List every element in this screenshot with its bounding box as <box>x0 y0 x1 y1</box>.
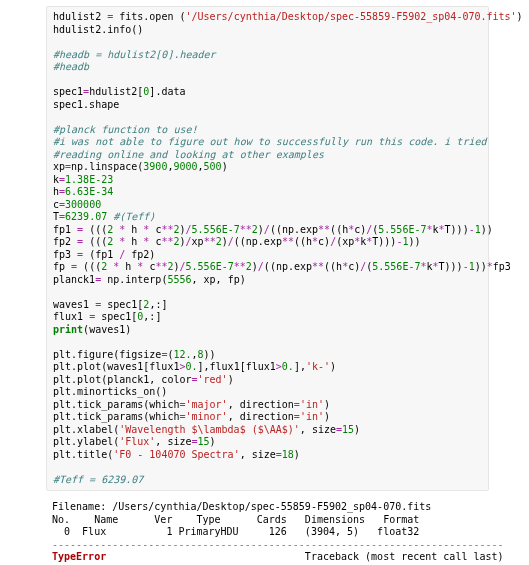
traceback: ----------------------------------------… <box>52 539 483 566</box>
stdout: Filename: /Users/cynthia/Desktop/spec-55… <box>52 501 483 539</box>
code-cell[interactable]: hdulist2 = fits.open ('/Users/cynthia/De… <box>46 6 489 491</box>
code-content: hdulist2 = fits.open ('/Users/cynthia/De… <box>53 11 482 486</box>
output-cell: Filename: /Users/cynthia/Desktop/spec-55… <box>46 497 489 565</box>
